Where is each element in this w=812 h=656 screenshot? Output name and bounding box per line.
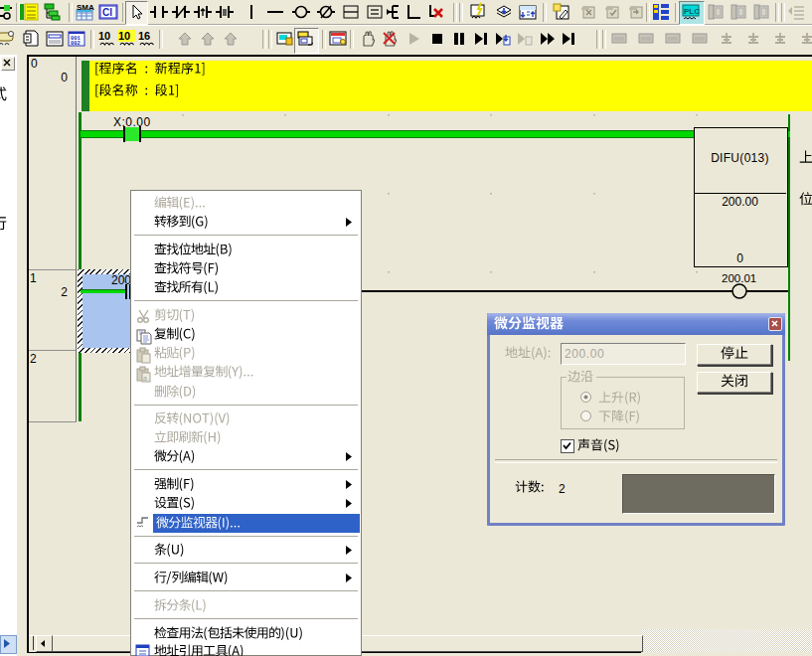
svg-text:a: a xyxy=(143,375,147,382)
